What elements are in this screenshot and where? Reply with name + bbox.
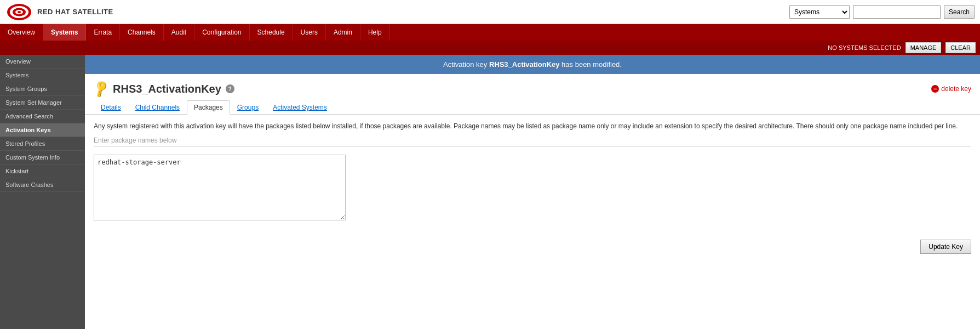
top-right-controls: Systems Search xyxy=(789,5,975,19)
nav-bar: Overview Systems Errata Channels Audit C… xyxy=(0,24,980,41)
nav-item-errata[interactable]: Errata xyxy=(86,24,120,41)
manage-button[interactable]: MANAGE xyxy=(906,42,942,53)
page-title-area: 🔑 RHS3_ActivationKey ? xyxy=(94,82,234,96)
svg-point-4 xyxy=(18,11,21,13)
nav-item-users[interactable]: Users xyxy=(293,24,326,41)
tab-packages[interactable]: Packages xyxy=(187,100,230,115)
sidebar-item-custom-system-info[interactable]: Custom System Info xyxy=(0,151,85,164)
content-area: Activation key RHS3_ActivationKey has be… xyxy=(85,55,980,329)
nav-item-channels[interactable]: Channels xyxy=(120,24,164,41)
sidebar-item-system-set-manager[interactable]: System Set Manager xyxy=(0,96,85,110)
nav-item-help[interactable]: Help xyxy=(360,24,390,41)
tab-groups[interactable]: Groups xyxy=(230,100,266,114)
system-bar: No systems selected MANAGE CLEAR xyxy=(0,41,980,55)
tab-details[interactable]: Details xyxy=(94,100,128,114)
tabs: Details Child Channels Packages Groups A… xyxy=(85,100,980,115)
delete-icon: − xyxy=(931,85,939,93)
nav-item-audit[interactable]: Audit xyxy=(164,24,194,41)
redhat-logo xyxy=(5,2,33,22)
delete-key-link[interactable]: − delete key xyxy=(931,85,971,93)
nav-item-systems[interactable]: Systems xyxy=(43,24,86,41)
no-systems-text: No systems selected xyxy=(828,44,901,51)
info-icon[interactable]: ? xyxy=(226,84,234,93)
page-header: 🔑 RHS3_ActivationKey ? − delete key xyxy=(85,74,980,100)
nav-item-schedule[interactable]: Schedule xyxy=(250,24,293,41)
notification-prefix: Activation key xyxy=(443,60,489,69)
search-input[interactable] xyxy=(853,5,941,19)
product-name: RED HAT SATELLITE xyxy=(37,8,113,16)
nav-item-admin[interactable]: Admin xyxy=(326,24,360,41)
sidebar-item-advanced-search[interactable]: Advanced Search xyxy=(0,110,85,123)
sidebar: Overview Systems System Groups System Se… xyxy=(0,55,85,329)
sidebar-item-system-groups[interactable]: System Groups xyxy=(0,82,85,96)
tab-content: Any system registered with this activati… xyxy=(85,115,980,229)
page-title: RHS3_ActivationKey xyxy=(113,83,221,95)
tab-description: Any system registered with this activati… xyxy=(94,121,971,131)
main-layout: Overview Systems System Groups System Se… xyxy=(0,55,980,329)
notification-banner: Activation key RHS3_ActivationKey has be… xyxy=(85,55,980,74)
package-textarea[interactable] xyxy=(94,155,346,220)
bottom-area: Update Key xyxy=(85,229,980,265)
tab-activated-systems[interactable]: Activated Systems xyxy=(266,100,334,114)
notification-suffix: has been modified. xyxy=(559,60,621,69)
sidebar-item-activation-keys[interactable]: Activation Keys xyxy=(0,123,85,137)
update-key-button[interactable]: Update Key xyxy=(920,240,971,254)
search-button[interactable]: Search xyxy=(944,5,975,19)
package-names-label: Enter package names below xyxy=(94,137,971,147)
sidebar-item-stored-profiles[interactable]: Stored Profiles xyxy=(0,137,85,151)
nav-item-overview[interactable]: Overview xyxy=(0,24,43,41)
sidebar-item-kickstart[interactable]: Kickstart xyxy=(0,164,85,178)
notification-key-name: RHS3_ActivationKey xyxy=(489,60,560,69)
delete-key-label: delete key xyxy=(941,85,971,93)
tab-child-channels[interactable]: Child Channels xyxy=(128,100,187,114)
nav-item-configuration[interactable]: Configuration xyxy=(194,24,249,41)
top-bar: RED HAT SATELLITE Systems Search xyxy=(0,0,980,24)
sidebar-item-overview[interactable]: Overview xyxy=(0,55,85,69)
systems-select[interactable]: Systems xyxy=(789,5,850,19)
sidebar-item-software-crashes[interactable]: Software Crashes xyxy=(0,178,85,192)
logo-area: RED HAT SATELLITE xyxy=(5,2,113,22)
sidebar-item-systems[interactable]: Systems xyxy=(0,69,85,82)
clear-button[interactable]: CLEAR xyxy=(945,42,976,53)
key-icon: 🔑 xyxy=(91,79,111,99)
